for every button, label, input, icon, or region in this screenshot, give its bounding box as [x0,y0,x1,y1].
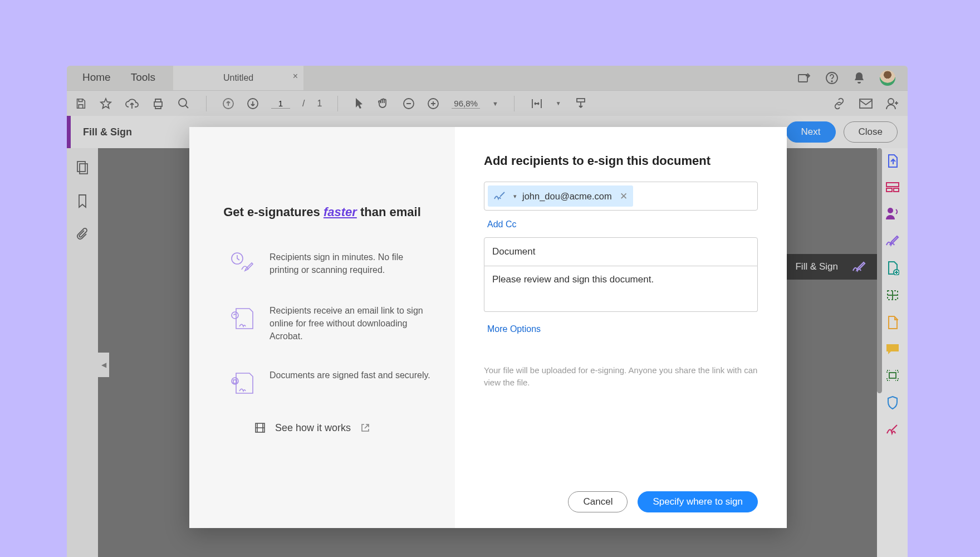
svg-point-22 [232,312,238,319]
chevron-down-icon[interactable]: ▾ [513,193,517,200]
create-pdf-icon[interactable] [885,154,900,168]
add-person-icon[interactable] [885,97,900,110]
star-icon[interactable] [99,97,112,110]
hand-icon[interactable] [377,97,390,110]
esign-dialog: Get e-signatures faster than email Recip… [189,127,787,528]
organize-icon[interactable] [885,289,900,302]
search-icon[interactable] [177,97,190,110]
tab-bar: Home Tools Untitled × [67,66,908,90]
scroll-mode-icon[interactable] [574,97,588,110]
bullet-2: Recipients receive an email link to sign… [228,304,433,343]
export-pdf-icon[interactable] [886,261,899,275]
fast-sign-icon [228,251,256,278]
user-avatar[interactable] [880,70,895,86]
recipient-email: john_dou@acme.com [522,191,612,202]
message-input[interactable]: Please review and sign this document. [484,266,758,312]
request-signatures-icon[interactable] [885,206,900,221]
zoom-in-icon[interactable] [427,97,439,110]
bell-icon[interactable] [853,71,865,85]
page-down-icon[interactable] [247,97,259,110]
scrollbar-thumb[interactable] [877,148,882,393]
scan-icon[interactable] [885,369,900,382]
see-how-link[interactable]: See how it works [255,422,433,434]
svg-point-17 [888,208,893,213]
sign-role-icon [493,191,508,201]
close-tab-icon[interactable]: × [293,71,298,81]
upload-notice: Your file will be uploaded for e-signing… [484,364,758,389]
recipients-input[interactable]: ▾ john_dou@acme.com ✕ [484,182,758,211]
zoom-out-icon[interactable] [403,97,415,110]
nav-tools[interactable]: Tools [121,66,165,90]
dialog-info-panel: Get e-signatures faster than email Recip… [189,127,455,528]
attachment-icon[interactable] [76,227,89,242]
page-total: 1 [317,99,322,109]
dialog-headline: Get e-signatures faster than email [212,205,433,219]
svg-rect-12 [77,162,85,172]
add-cc-link[interactable]: Add Cc [487,219,758,229]
subject-input[interactable]: Document [484,237,758,266]
comment-icon[interactable] [885,343,900,355]
share-device-icon[interactable] [797,72,811,84]
bullet-3: Documents are signed fast and securely. [228,369,433,397]
cancel-button[interactable]: Cancel [568,491,628,512]
left-nav-rail [67,148,98,557]
zoom-dropdown-icon[interactable]: ▼ [492,100,498,107]
toolbar: / 1 96,8% ▼ ▼ [67,90,908,116]
svg-rect-15 [886,188,892,192]
thumbnails-icon[interactable] [76,160,89,175]
nav-home[interactable]: Home [72,66,121,90]
bullet-1: Recipients sign in minutes. No file prin… [228,251,433,278]
svg-rect-3 [154,102,162,106]
next-button[interactable]: Next [786,121,836,143]
fit-dropdown-icon[interactable]: ▼ [556,100,561,106]
fill-sign-icon[interactable] [885,234,900,247]
redact-icon[interactable] [885,423,900,436]
bookmark-icon[interactable] [77,194,88,208]
svg-point-4 [179,99,187,106]
combine-icon[interactable] [885,182,900,193]
remove-recipient-icon[interactable]: ✕ [618,191,628,202]
tooltip-sign-icon [851,261,867,273]
dialog-form-panel: Add recipients to e-sign this document ▾… [455,127,787,528]
page-separator: / [302,99,305,109]
close-button[interactable]: Close [844,121,898,143]
link-share-icon[interactable] [832,97,846,110]
svg-rect-9 [577,99,585,102]
active-tool-indicator [67,116,71,148]
more-options-link[interactable]: More Options [487,324,758,334]
document-tab-title: Untitled [223,73,253,83]
collapse-left-rail-icon[interactable]: ◀ [98,353,109,377]
svg-point-2 [831,81,832,82]
secure-doc-icon [228,369,256,397]
protect-icon[interactable] [886,395,899,410]
compress-icon[interactable] [886,315,899,330]
print-icon[interactable] [151,97,165,110]
tooltip-label: Fill & Sign [795,261,838,272]
svg-rect-14 [886,183,899,187]
zoom-value[interactable]: 96,8% [452,99,480,109]
email-link-icon [228,304,256,332]
fill-sign-tooltip: Fill & Sign [785,254,877,280]
external-link-icon [361,423,370,432]
fit-width-icon[interactable] [530,97,543,110]
svg-rect-13 [80,164,87,174]
page-number-input[interactable] [271,99,290,109]
svg-rect-16 [894,188,899,192]
cloud-upload-icon[interactable] [125,97,139,110]
page-up-icon[interactable] [222,97,234,110]
svg-rect-20 [889,373,896,378]
document-tab[interactable]: Untitled × [173,66,303,90]
svg-rect-10 [860,99,872,108]
recipient-chip[interactable]: ▾ john_dou@acme.com ✕ [488,185,633,207]
email-icon[interactable] [859,98,873,109]
dialog-title: Add recipients to e-sign this document [484,154,758,168]
save-icon[interactable] [75,97,87,110]
video-icon [255,423,265,433]
pointer-icon[interactable] [354,97,365,110]
help-icon[interactable] [825,71,839,85]
svg-point-11 [888,99,894,104]
specify-sign-button[interactable]: Specify where to sign [638,491,758,512]
right-tool-rail [877,148,908,557]
